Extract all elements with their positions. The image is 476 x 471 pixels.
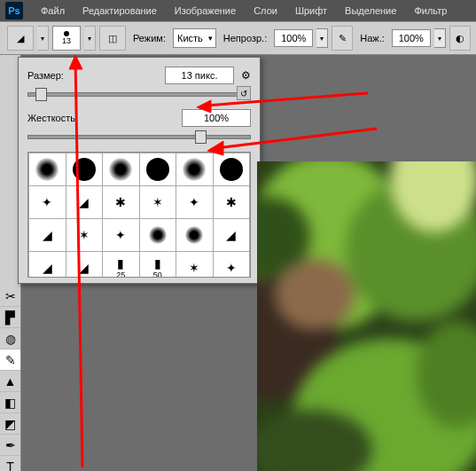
- preset-swatch[interactable]: [176, 219, 214, 252]
- opacity-input[interactable]: 100%: [274, 29, 313, 47]
- preset-swatch[interactable]: [139, 219, 176, 252]
- preset-swatch[interactable]: ◢: [29, 252, 66, 279]
- preset-swatch[interactable]: ✦: [213, 252, 250, 279]
- preset-swatch[interactable]: ◢: [66, 186, 103, 219]
- preset-swatch[interactable]: [139, 153, 176, 186]
- preset-swatch[interactable]: ◢: [29, 219, 66, 252]
- menu-file[interactable]: Файл: [32, 5, 74, 16]
- preset-swatch[interactable]: ✦: [103, 219, 140, 252]
- restore-brush-button[interactable]: ↺: [237, 86, 251, 100]
- menu-bar: Ps Файл Редактирование Изображение Слои …: [0, 0, 476, 21]
- opacity-dropdown[interactable]: ▾: [316, 28, 328, 48]
- menu-type[interactable]: Шрифт: [286, 5, 336, 16]
- brush-presets-grid[interactable]: ✦ ◢ ✱ ✶ ✦ ✱ ◢ ✶ ✦ ◢ ◢ ◢: [27, 152, 251, 278]
- preset-swatch[interactable]: [213, 153, 250, 186]
- tool-eyedropper[interactable]: ▛: [0, 307, 20, 328]
- document-canvas[interactable]: [257, 161, 476, 471]
- menu-filter[interactable]: Фильтр: [405, 5, 456, 16]
- tool-preset-dropdown[interactable]: ▾: [37, 26, 49, 51]
- preset-swatch[interactable]: ✶: [66, 219, 103, 252]
- hardness-input[interactable]: 100%: [182, 109, 251, 127]
- brush-size-readout: 13: [62, 36, 71, 45]
- workspace: ✂ ▛ ◍ ✎ ▲ ◧ ◩ ✒ T ▷ Размер: 13 пикс. ⚙ ↺…: [0, 55, 476, 471]
- tool-brush[interactable]: ✎: [0, 349, 20, 371]
- options-bar: ◢ ▾ 13 ▾ ◫ Режим: Кисть Непрозр.: 100% ▾…: [0, 21, 476, 55]
- preset-swatch[interactable]: ✦: [176, 186, 214, 219]
- airbrush-button[interactable]: ◐: [449, 26, 471, 51]
- tool-gradient[interactable]: ◩: [0, 413, 20, 435]
- hardness-label: Жесткость:: [27, 113, 90, 123]
- slider-track: [27, 135, 251, 139]
- tool-eraser[interactable]: ◧: [0, 392, 20, 413]
- tool-pen[interactable]: ✒: [0, 435, 20, 456]
- preset-swatch[interactable]: ✶: [139, 186, 176, 219]
- size-label: Размер:: [27, 70, 90, 81]
- menu-image[interactable]: Изображение: [166, 5, 245, 16]
- tool-crop[interactable]: ✂: [0, 286, 20, 307]
- menu-edit[interactable]: Редактирование: [74, 5, 166, 16]
- slider-track: [27, 92, 251, 97]
- gear-icon[interactable]: ⚙: [241, 69, 251, 82]
- preset-swatch[interactable]: [103, 153, 140, 186]
- tool-preset-button[interactable]: ◢: [7, 26, 34, 51]
- preset-swatch[interactable]: ✦: [29, 186, 66, 219]
- menu-select[interactable]: Выделение: [336, 5, 405, 16]
- flow-dropdown[interactable]: ▾: [434, 28, 446, 48]
- hardness-slider-thumb[interactable]: [195, 130, 207, 144]
- mode-label: Режим:: [133, 33, 166, 43]
- brush-preset-panel: Размер: 13 пикс. ⚙ ↺ Жесткость: 100%: [18, 57, 261, 284]
- hardness-slider[interactable]: [27, 130, 251, 143]
- opacity-label: Непрозр.:: [223, 33, 267, 43]
- flow-input[interactable]: 100%: [392, 29, 431, 47]
- mode-select[interactable]: Кисть: [173, 28, 216, 48]
- brush-panel-toggle[interactable]: ◫: [99, 26, 126, 51]
- size-slider[interactable]: ↺: [27, 88, 251, 100]
- preset-swatch[interactable]: ✱: [103, 186, 140, 219]
- flow-label: Наж.:: [360, 33, 385, 43]
- preset-swatch[interactable]: ▮25: [103, 252, 140, 279]
- tool-stamp[interactable]: ▲: [0, 371, 20, 392]
- preset-swatch[interactable]: ✱: [213, 186, 250, 219]
- size-input[interactable]: 13 пикс.: [165, 67, 234, 84]
- brush-preset-dropdown[interactable]: ▾: [84, 26, 96, 51]
- app-logo: Ps: [5, 2, 23, 20]
- tool-healing[interactable]: ◍: [0, 328, 20, 349]
- size-slider-thumb[interactable]: [35, 88, 47, 101]
- preset-swatch[interactable]: ✶: [176, 252, 214, 279]
- blurred-image: [257, 161, 476, 471]
- preset-swatch[interactable]: ◢: [66, 252, 103, 279]
- pressure-opacity-button[interactable]: ✎: [332, 26, 353, 51]
- preset-swatch[interactable]: [176, 153, 214, 186]
- menu-layer[interactable]: Слои: [245, 5, 286, 16]
- preset-swatch[interactable]: ▮50: [139, 252, 176, 279]
- preset-swatch[interactable]: [29, 153, 66, 186]
- brush-preview[interactable]: 13: [52, 26, 81, 51]
- preset-swatch[interactable]: ◢: [213, 219, 250, 252]
- tool-type[interactable]: T: [0, 456, 20, 471]
- preset-swatch[interactable]: [66, 153, 103, 186]
